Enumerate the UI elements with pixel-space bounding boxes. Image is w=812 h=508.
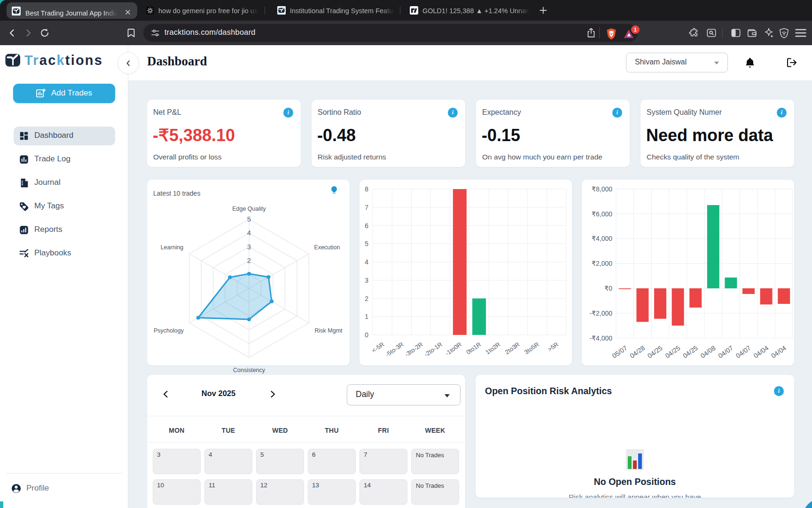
- svg-text:-₹4,000: -₹4,000: [589, 334, 612, 342]
- svg-text:4: 4: [247, 229, 251, 237]
- svg-text:-3to-2R: -3to-2R: [404, 341, 424, 358]
- svg-text:-1to0R: -1to0R: [444, 341, 463, 357]
- svg-text:04/07: 04/07: [734, 344, 752, 359]
- svg-text:3: 3: [365, 277, 368, 284]
- svg-text:04/25: 04/25: [681, 344, 699, 359]
- svg-text:04/04: 04/04: [770, 344, 788, 359]
- svg-text:1to2R: 1to2R: [484, 341, 501, 356]
- svg-text:-2to-1R: -2to-1R: [423, 341, 444, 358]
- svg-text:04/25: 04/25: [646, 344, 664, 359]
- svg-text:-₹2,000: -₹2,000: [589, 310, 612, 317]
- svg-text:Learning: Learning: [161, 244, 184, 251]
- svg-text:2: 2: [365, 295, 368, 302]
- svg-text:₹8,000: ₹8,000: [592, 185, 612, 193]
- svg-text:05/07: 05/07: [611, 344, 629, 359]
- svg-text:04/28: 04/28: [628, 344, 646, 359]
- svg-text:1: 1: [365, 313, 368, 320]
- svg-text:3to5R: 3to5R: [523, 341, 540, 356]
- svg-text:4: 4: [365, 258, 368, 266]
- svg-text:2: 2: [247, 256, 251, 264]
- svg-text:Edge Quality: Edge Quality: [232, 206, 266, 212]
- svg-text:₹4,000: ₹4,000: [592, 235, 612, 242]
- svg-text:-5to-3R: -5to-3R: [384, 341, 405, 358]
- svg-text:04/25: 04/25: [664, 344, 681, 359]
- svg-text:3: 3: [247, 243, 251, 251]
- svg-text:7: 7: [365, 204, 368, 211]
- svg-text:0: 0: [365, 331, 368, 339]
- svg-text:6: 6: [365, 222, 368, 230]
- svg-text:0to1R: 0to1R: [465, 341, 482, 356]
- svg-text:Risk Mgmt: Risk Mgmt: [314, 327, 343, 334]
- svg-text:04/07: 04/07: [717, 344, 734, 359]
- svg-text:<-5R: <-5R: [370, 341, 385, 354]
- svg-text:2to3R: 2to3R: [504, 341, 521, 356]
- svg-text:>5R: >5R: [547, 341, 560, 353]
- svg-text:₹6,000: ₹6,000: [592, 210, 612, 218]
- svg-text:Psychology: Psychology: [154, 327, 184, 334]
- svg-text:04/04: 04/04: [752, 344, 770, 359]
- svg-text:₹0: ₹0: [604, 285, 612, 292]
- svg-text:5: 5: [365, 240, 368, 247]
- svg-text:Execution: Execution: [314, 244, 340, 251]
- svg-text:8: 8: [365, 185, 368, 193]
- svg-text:04/08: 04/08: [699, 344, 717, 359]
- svg-text:₹2,000: ₹2,000: [592, 260, 612, 267]
- svg-text:5: 5: [247, 215, 251, 223]
